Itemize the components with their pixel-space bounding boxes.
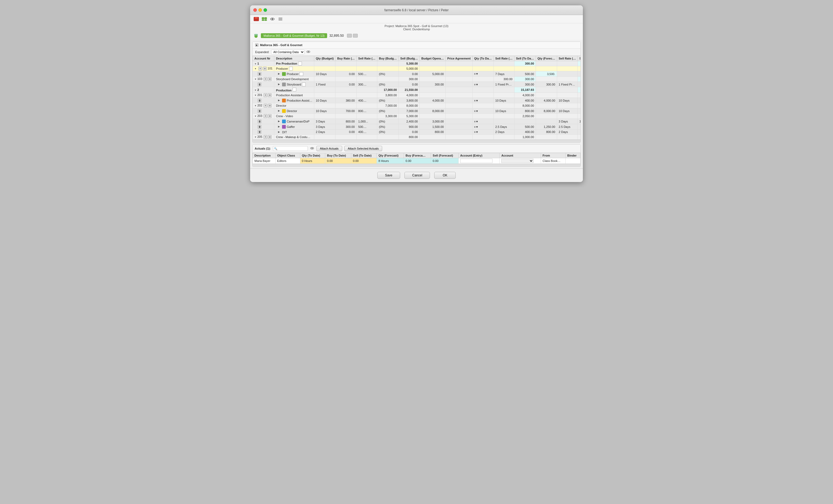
collapse-icon[interactable]: ▼ xyxy=(255,136,257,138)
menu-btn[interactable]: ≡ xyxy=(268,114,271,118)
delete-btn[interactable]: 🗑 xyxy=(258,130,261,134)
cell-sell-rate-forec: 400.00 xyxy=(577,98,580,103)
checkbox[interactable] xyxy=(300,72,303,76)
ok-button[interactable]: OK xyxy=(434,172,456,179)
table-row: ▼ 202 + ≡ Director 7,000.00 8,000.00 xyxy=(253,103,581,108)
acell-buy-todate: 0.00 xyxy=(325,158,351,164)
budget-icon-1[interactable] xyxy=(347,34,352,37)
cell-price-agree: ≡▼ xyxy=(472,82,494,87)
th-account: Account Nr xyxy=(253,56,274,61)
close-button[interactable] xyxy=(253,8,257,12)
play-btn[interactable]: ▶ xyxy=(278,99,281,102)
cell-buy-budget: 7,000.00 xyxy=(399,108,420,114)
table-row: 🗑 ▶ Gaffer 3 Days 300.00 500.... xyxy=(253,124,581,129)
actuals-search-input[interactable] xyxy=(273,146,308,151)
filter-eye-icon[interactable] xyxy=(306,50,310,54)
menu-btn[interactable]: ≡ xyxy=(268,93,271,97)
menu-btn[interactable]: ≡ xyxy=(263,67,267,71)
cell-price-agree xyxy=(446,114,472,119)
acell-account-entry[interactable] xyxy=(458,158,499,164)
delete-btn[interactable]: 🗑 xyxy=(258,99,261,102)
cell-sell-rate-forec xyxy=(557,134,577,140)
traffic-lights xyxy=(253,8,267,12)
checkbox[interactable] xyxy=(292,88,296,92)
icon-prod-asst xyxy=(282,99,286,102)
cell-account: ▼ 201 + ≡ xyxy=(253,93,274,98)
main-table-container[interactable]: Account Nr Description Qty (Budget) Buy … xyxy=(253,56,580,140)
cell-sell-budget: 3,000.00 xyxy=(420,119,446,124)
collapse-icon[interactable]: ▼ xyxy=(255,105,257,107)
actuals-header: Actuals (1): 🔍 Attach Actuals Attach Sel… xyxy=(253,145,580,153)
save-button[interactable]: Save xyxy=(377,172,400,179)
budget-icon-2[interactable] xyxy=(353,34,358,37)
th-qty-toda: Qty (To Da… xyxy=(472,56,494,61)
checkbox[interactable] xyxy=(302,82,306,86)
play-btn[interactable]: ▶ xyxy=(278,109,281,112)
play-btn[interactable]: ▶ xyxy=(278,72,281,76)
cancel-button[interactable]: Cancel xyxy=(404,172,430,179)
table-row: ▼ 1 Pre Production 5,300.00 xyxy=(253,61,581,66)
collapse-icon[interactable]: ▼ xyxy=(255,63,257,65)
maximize-button[interactable] xyxy=(264,8,267,12)
section-header: ▶ Mallorca 365 - Golf & Gourmet xyxy=(253,42,580,49)
collapse-icon[interactable]: ▼ xyxy=(255,115,257,118)
attach-selected-actuals-button[interactable]: Attach Selected Actuals xyxy=(344,146,382,151)
delete-btn[interactable]: 🗑 xyxy=(258,120,261,123)
play-btn[interactable]: ▶ xyxy=(278,125,281,128)
actuals-horizontal-scrollbar[interactable] xyxy=(253,164,580,167)
checkbox[interactable] xyxy=(298,62,302,66)
add-btn[interactable]: + xyxy=(264,93,267,97)
collapse-icon[interactable]: ▼ xyxy=(255,94,257,97)
delete-btn[interactable]: 🗑 xyxy=(258,82,261,86)
add-btn[interactable]: + xyxy=(264,135,267,139)
add-btn[interactable]: + xyxy=(264,104,267,107)
table-row: 🗑 ▶ DIT 2 Days 0.00 400.... (0%) 0.00 xyxy=(253,129,581,134)
cell-sell-budget: 4,000.00 xyxy=(420,98,446,103)
cell-buy-rate xyxy=(335,77,356,82)
cell-sell-toda: 8,000.00 xyxy=(536,108,557,114)
play-btn[interactable]: ▶ xyxy=(278,83,281,86)
delete-btn[interactable]: 🗑 xyxy=(258,72,261,76)
menu-btn[interactable]: ≡ xyxy=(268,135,271,139)
svg-rect-1 xyxy=(255,17,258,19)
grid-icon[interactable] xyxy=(261,17,267,21)
list-icon[interactable] xyxy=(278,17,283,21)
cell-price-agree xyxy=(446,93,472,98)
th-sell-rate-toda: Sell Rate (… xyxy=(494,56,514,61)
cell-qty-toda xyxy=(472,66,494,71)
play-btn[interactable]: ▶ xyxy=(278,120,281,123)
add-btn[interactable]: + xyxy=(264,77,267,81)
cell-sell-rate-toda xyxy=(494,93,514,98)
horizontal-scrollbar[interactable] xyxy=(253,140,580,142)
checkbox[interactable] xyxy=(289,67,293,71)
cell-account: 🗑 xyxy=(253,129,274,134)
add-btn[interactable]: + xyxy=(258,67,262,71)
th-budget-opera: Budget Opera… xyxy=(420,56,446,61)
cell-sell-rate-toda: 500.00 xyxy=(514,71,536,77)
minimize-button[interactable] xyxy=(258,8,262,12)
acell-account[interactable] xyxy=(500,158,541,164)
account-entry-input[interactable] xyxy=(460,159,493,163)
play-btn[interactable]: ▶ xyxy=(278,130,281,134)
cell-price-agree: ≡▼ xyxy=(472,119,494,124)
collapse-icon[interactable]: ▼ xyxy=(255,89,257,92)
collapse-icon[interactable]: ▼ xyxy=(255,78,257,80)
cell-sell-toda: 300.00 xyxy=(514,61,536,66)
cell-sell-budget: 8,000.00 xyxy=(420,108,446,114)
delete-btn[interactable]: 🗑 xyxy=(258,125,261,129)
section-expand-btn[interactable]: ▶ xyxy=(255,44,258,47)
menu-btn[interactable]: ≡ xyxy=(268,77,271,81)
collapse-icon[interactable]: ▼ xyxy=(255,68,257,70)
add-btn[interactable]: + xyxy=(264,114,267,118)
account-select[interactable] xyxy=(501,159,533,163)
menu-btn[interactable]: ≡ xyxy=(268,104,271,107)
save-icon[interactable] xyxy=(253,17,259,21)
delete-btn[interactable]: 🗑 xyxy=(258,109,261,113)
actuals-eye-icon[interactable] xyxy=(310,147,314,150)
eye-icon[interactable] xyxy=(269,17,275,21)
cell-buy-budget: 3,300.00 xyxy=(377,114,399,119)
cell-sell-toda: 8,000.00 xyxy=(514,103,536,108)
budget-tag: Mallorca 365 - Golf & Gourmet (Budget, N… xyxy=(261,33,327,38)
filter-select[interactable]: All Containing Data xyxy=(271,50,305,54)
attach-actuals-button[interactable]: Attach Actuals xyxy=(316,146,342,151)
